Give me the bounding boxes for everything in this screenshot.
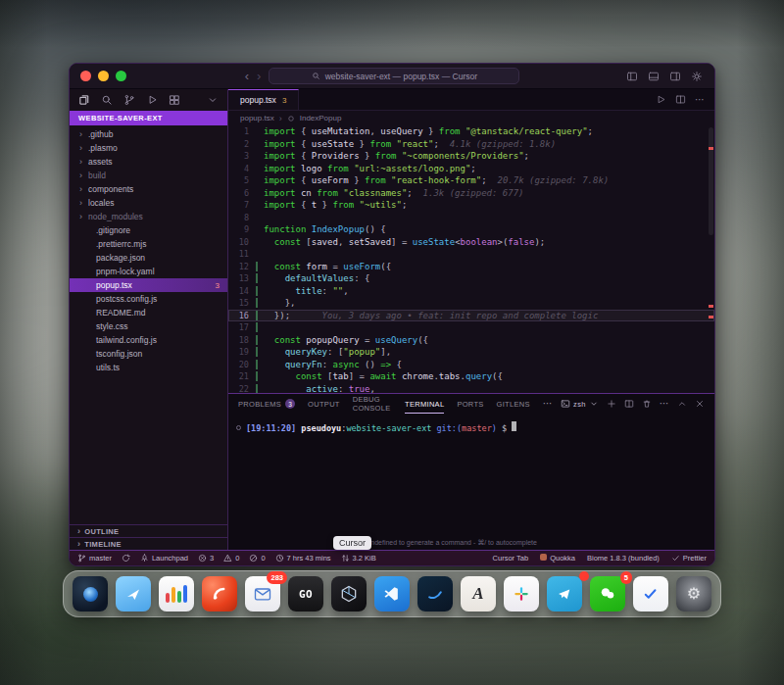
toggle-panel-icon[interactable]	[648, 71, 660, 82]
code-line[interactable]: 10 const [saved, setSaved] = useState<bo…	[228, 236, 714, 249]
code-line[interactable]: 18 const popupQuery = useQuery({	[228, 334, 714, 347]
tab-popup-tsx[interactable]: popup.tsx 3	[228, 89, 299, 110]
code-line[interactable]: 4import logo from "url:~assets/logo.png"…	[228, 163, 714, 175]
status-item-0[interactable]: 0	[249, 554, 265, 563]
tree-item-build[interactable]: ›build	[70, 169, 227, 182]
panel-more-icon[interactable]: ⋯	[543, 399, 553, 409]
tree-item-.github[interactable]: ›.github	[70, 127, 227, 141]
dock-telegram-icon[interactable]	[547, 576, 582, 612]
code-line[interactable]: 2import { useState } from "react"; 4.1k …	[228, 138, 714, 151]
tree-item-.prettierrc.mjs[interactable]: .prettierrc.mjs	[70, 237, 227, 251]
outline-section[interactable]: › OUTLINE	[70, 524, 227, 537]
tree-item-tailwind.config.js[interactable]: tailwind.config.js	[70, 333, 227, 347]
dock-things-icon[interactable]	[633, 576, 668, 612]
status-item-0[interactable]: 0	[223, 554, 239, 563]
code-line[interactable]: 16 }); You, 3 days ago • feat: init repo…	[228, 310, 714, 322]
dock-wechat-icon[interactable]: 5	[590, 576, 625, 612]
tree-item-node_modules[interactable]: ›node_modules	[70, 210, 227, 223]
tree-item-assets[interactable]: ›assets	[70, 155, 227, 169]
kill-terminal-icon[interactable]	[642, 399, 652, 409]
code-line[interactable]: 12 const form = useForm({	[228, 261, 714, 273]
split-editor-icon[interactable]	[675, 94, 686, 105]
panel-tab-problems[interactable]: PROBLEMS3	[238, 394, 295, 414]
code-line[interactable]: 19 queryKey: ["popup"],	[228, 346, 714, 359]
status-item-biome-1-8-3-bundled-[interactable]: Biome 1.8.3 (bundled)	[587, 554, 660, 563]
code-line[interactable]: 17	[228, 321, 714, 334]
panel-tab-gitlens[interactable]: GITLENS	[497, 394, 530, 414]
panel-tab-output[interactable]: OUTPUT	[308, 394, 340, 414]
history-back-icon[interactable]: ‹	[245, 70, 249, 82]
breadcrumb-symbol[interactable]: IndexPopup	[300, 114, 342, 122]
panel-tab-debug-console[interactable]: DEBUG CONSOLE	[353, 394, 392, 414]
status-item-launchpad[interactable]: Launchpad	[140, 554, 188, 563]
maximize-panel-icon[interactable]	[677, 399, 687, 409]
code-line[interactable]: 8	[228, 212, 714, 224]
tree-item-tsconfig.json[interactable]: tsconfig.json	[70, 347, 227, 361]
code-line[interactable]: 22 active: true,	[228, 383, 714, 394]
status-item-cursor-tab[interactable]: Cursor Tab	[493, 554, 529, 563]
dock-equalizer-icon[interactable]	[159, 576, 194, 612]
gear-icon[interactable]	[691, 71, 703, 82]
code-editor[interactable]: 1import { useMutation, useQuery } from "…	[228, 125, 714, 393]
tree-item-.gitignore[interactable]: .gitignore	[70, 223, 227, 237]
dock-settings-icon[interactable]: ⚙	[676, 576, 711, 612]
status-item-master[interactable]: master	[77, 554, 112, 563]
shell-selector[interactable]: zsh	[561, 399, 599, 409]
dock-slack-icon[interactable]	[504, 576, 539, 612]
zoom-window-button[interactable]	[116, 71, 126, 81]
tree-item-postcss.config.js[interactable]: postcss.config.js	[70, 292, 227, 306]
code-line[interactable]: 11	[228, 248, 714, 261]
source-control-icon[interactable]	[123, 94, 135, 106]
dock-dark-blue-icon[interactable]	[73, 576, 108, 612]
status-item-3-2-kib[interactable]: 3.2 KiB	[341, 554, 376, 563]
terminal-prompt-line[interactable]: [19:11:20] pseudoyu:website-saver-ext gi…	[236, 421, 707, 433]
history-forward-icon[interactable]: ›	[257, 70, 261, 82]
minimize-window-button[interactable]	[98, 71, 109, 81]
split-terminal-icon[interactable]	[624, 399, 634, 409]
editor-scrollbar[interactable]	[709, 127, 713, 235]
toggle-sidebar-left-icon[interactable]	[626, 71, 638, 82]
code-line[interactable]: 1import { useMutation, useQuery } from "…	[228, 125, 714, 138]
close-window-button[interactable]	[80, 71, 91, 81]
run-file-icon[interactable]	[656, 94, 666, 105]
search-icon[interactable]	[101, 94, 113, 106]
dock-go-icon[interactable]: GO	[288, 576, 323, 612]
tree-item-package.json[interactable]: package.json	[70, 251, 227, 265]
terminal-more-icon[interactable]: ⋯	[660, 399, 669, 409]
dock-navy-icon[interactable]	[417, 576, 453, 612]
code-line[interactable]: 3import { Providers } from "~components/…	[228, 150, 714, 163]
tree-item-pnpm-lock.yaml[interactable]: pnpm-lock.yaml	[70, 265, 227, 278]
tree-item-popup.tsx[interactable]: popup.tsx3	[70, 278, 227, 292]
dock-sky-icon[interactable]	[116, 576, 151, 612]
window-titlebar[interactable]: ‹ › website-saver-ext — popup.tsx — Curs…	[70, 64, 714, 89]
new-terminal-icon[interactable]	[607, 399, 616, 409]
timeline-section[interactable]: › TIMELINE	[70, 537, 227, 550]
code-line[interactable]: 20 queryFn: async () => {	[228, 359, 714, 371]
code-line[interactable]: 14 title: "",	[228, 285, 714, 298]
status-item-prettier[interactable]: Prettier	[671, 554, 707, 563]
tree-item-locales[interactable]: ›locales	[70, 196, 227, 210]
status-item-quokka[interactable]: Quokka	[540, 554, 575, 563]
project-header[interactable]: WEBSITE-SAVER-EXT	[70, 111, 227, 125]
more-actions-icon[interactable]: ⋯	[695, 95, 705, 105]
dock-mail-icon[interactable]: 283	[245, 576, 280, 612]
close-panel-icon[interactable]	[695, 399, 705, 409]
toggle-sidebar-right-icon[interactable]	[669, 71, 681, 82]
dock-arc-icon[interactable]: A	[461, 576, 496, 612]
terminal[interactable]: [19:11:20] pseudoyu:website-saver-ext gi…	[228, 414, 714, 550]
panel-tab-ports[interactable]: PORTS	[457, 394, 483, 414]
debug-icon[interactable]	[146, 94, 158, 106]
code-line[interactable]: 7import { t } from "~utils";	[228, 199, 714, 212]
chevron-down-icon[interactable]	[207, 94, 219, 106]
explorer-icon[interactable]	[78, 94, 90, 106]
code-line[interactable]: 15 },	[228, 297, 714, 310]
tree-item-README.md[interactable]: README.md	[70, 306, 227, 319]
extensions-icon[interactable]	[169, 94, 180, 106]
tree-item-style.css[interactable]: style.css	[70, 319, 227, 333]
code-line[interactable]: 5import { useForm } from "react-hook-for…	[228, 174, 714, 187]
dock-vscode-icon[interactable]	[374, 576, 410, 612]
tree-item-components[interactable]: ›components	[70, 182, 227, 196]
tree-item-utils.ts[interactable]: utils.ts	[70, 361, 227, 374]
tree-item-.plasmo[interactable]: ›.plasmo	[70, 141, 227, 155]
code-line[interactable]: 6import cn from "classnames"; 1.3k (gzip…	[228, 187, 714, 200]
